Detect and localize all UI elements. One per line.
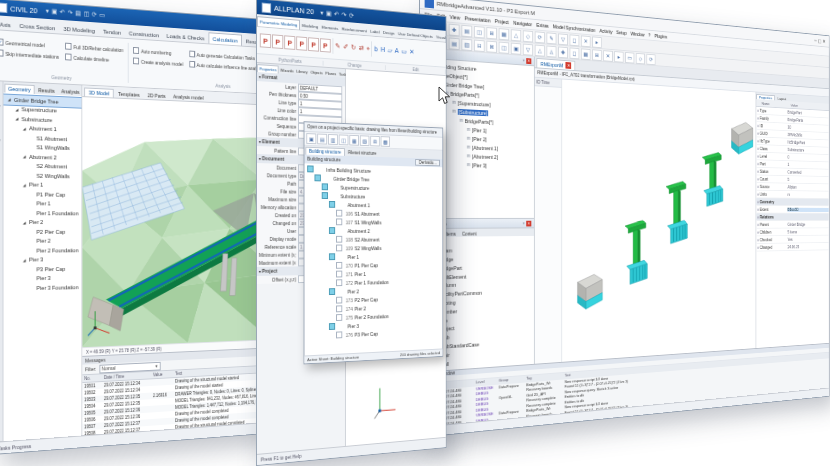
tree-item[interactable]: Pier 1 (3, 199, 81, 209)
toolbar-icon[interactable]: ✚ (558, 46, 568, 58)
ribbon-tab[interactable]: Label (369, 27, 382, 37)
toolbar-icon[interactable]: ⟳ (535, 31, 545, 43)
quick-access-icon[interactable]: ◫ (84, 10, 90, 18)
close-icon[interactable]: ✕ (526, 220, 531, 226)
toolbar-icon[interactable]: ◫ (499, 41, 509, 53)
toolbar-icon[interactable]: ▤ (461, 24, 472, 37)
toolbar-icon[interactable]: ⊟ (474, 39, 485, 52)
expander-icon[interactable] (467, 145, 470, 150)
tool-icon[interactable]: ⇄ (359, 44, 364, 52)
quick-access-icon[interactable]: ↶ (334, 10, 339, 18)
expander-icon[interactable] (467, 162, 470, 167)
dialog-tool-icon[interactable]: ▣ (306, 133, 316, 144)
menu-item[interactable]: View (450, 14, 460, 21)
menu-item[interactable]: Navigator (513, 20, 532, 27)
pin-icon[interactable]: ▾ (523, 221, 525, 226)
expander-icon[interactable] (467, 127, 470, 132)
vertical-tab[interactable]: Objects (0, 130, 1, 147)
toolbar-icon[interactable]: ▦ (499, 28, 509, 40)
toolbar-icon[interactable]: ◬ (546, 45, 556, 57)
toolbar-icon[interactable]: ⊞ (592, 49, 602, 61)
tree-item[interactable]: Pier 3 Foundation (3, 282, 81, 293)
tree-item[interactable]: 107 S1 WingWalls (304, 217, 442, 226)
expander-icon[interactable] (14, 107, 20, 112)
toolbar-icon[interactable]: ⊠ (486, 40, 497, 52)
tool-icon[interactable]: ✎ (335, 42, 340, 50)
dialog-tool-icon[interactable]: ▦ (349, 135, 359, 146)
toolbar-icon[interactable]: ▸ (592, 36, 602, 48)
quick-access-icon[interactable]: ↷ (342, 10, 347, 18)
ribbon-tab[interactable]: Elements (320, 23, 340, 33)
toolbar-icon[interactable]: ◻ (570, 34, 580, 46)
tree-item[interactable]: P2 Pier Cap (3, 227, 81, 236)
ribbon-checkbox[interactable]: Calculate timeline (65, 51, 123, 65)
tool-icon[interactable]: ↻ (351, 44, 356, 52)
ribbon-checkbox[interactable]: Create analysis model (133, 56, 183, 69)
expander-icon[interactable] (452, 109, 455, 114)
menu-item[interactable]: Activity (599, 28, 612, 35)
viewport-tab[interactable]: 3D Model (84, 87, 114, 97)
tool-icon[interactable]: H (381, 46, 386, 54)
tool-icon[interactable]: ✐ (343, 43, 348, 51)
dialog-tool-icon[interactable]: ▤ (317, 134, 327, 145)
menu-item[interactable]: Extras (536, 22, 548, 29)
menu-item[interactable]: Window (631, 31, 645, 38)
ribbon-tab[interactable]: Modeling (300, 21, 320, 32)
toolbar-icon[interactable]: ✕ (581, 35, 591, 47)
menu-item[interactable]: Presentation (465, 15, 491, 23)
toolbar-icon[interactable]: ▣ (511, 42, 521, 54)
expander-icon[interactable] (6, 97, 12, 102)
expander-icon[interactable] (460, 118, 463, 123)
quick-access-icon[interactable]: ▣ (52, 7, 58, 15)
3d-viewport[interactable] (562, 80, 755, 362)
tool-icon[interactable]: b (374, 45, 378, 53)
window-controls[interactable]: ─ ▢ ✕ (814, 37, 825, 44)
menu-item[interactable]: Setup (616, 29, 627, 35)
expander-icon[interactable] (22, 182, 28, 187)
pythonpart-icon[interactable]: P (296, 36, 307, 51)
quick-access-icon[interactable]: ▭ (99, 11, 104, 19)
viewport-tab[interactable]: Templates (115, 90, 143, 99)
viewport-tab[interactable]: 2D Parts (144, 91, 169, 100)
tool-icon[interactable]: A (395, 47, 399, 55)
ribbon-tab[interactable]: Calculation (209, 32, 242, 45)
expander-icon[interactable] (22, 257, 28, 262)
toolbar-icon[interactable]: ◫ (474, 25, 485, 38)
toolbar-icon[interactable]: ⟳ (646, 53, 655, 64)
toolbar-icon[interactable]: ✚ (449, 23, 460, 36)
toolbar-icon[interactable]: ◇ (523, 30, 533, 42)
toolbar-icon[interactable]: ⊞ (486, 26, 497, 39)
toolbar-icon[interactable]: ◻ (570, 47, 580, 59)
expander-icon[interactable] (14, 116, 20, 121)
quick-access-icon[interactable]: ⟳ (349, 11, 354, 19)
menu-item[interactable]: Plugins (654, 33, 667, 40)
expander-icon[interactable] (467, 136, 470, 141)
pythonpart-icon[interactable]: P (284, 35, 295, 50)
dialog-tool-icon[interactable]: ▧ (360, 135, 370, 146)
close-icon[interactable]: ✕ (566, 62, 572, 69)
property-row[interactable]: Extent BBox3D (756, 206, 828, 214)
dialog-tool-icon[interactable]: ⊞ (370, 136, 379, 147)
expander-icon[interactable] (22, 154, 28, 159)
toolbar-icon[interactable]: △ (511, 29, 521, 41)
pin-icon[interactable]: ▾ (523, 58, 525, 63)
expander-icon[interactable] (22, 126, 28, 131)
dialog-tool-icon[interactable]: ▥ (328, 134, 338, 145)
expander-icon[interactable] (467, 153, 470, 158)
quick-access-icon[interactable]: ⟳ (92, 11, 97, 19)
vertical-tab[interactable]: Properties (0, 91, 1, 114)
toolbar-icon[interactable]: ▦ (581, 48, 591, 60)
tool-icon[interactable]: ✕ (409, 48, 414, 56)
tree-item[interactable]: Pier 1 Foundation (3, 208, 81, 218)
pythonpart-icon[interactable]: P (320, 38, 331, 52)
pythonpart-icon[interactable]: P (260, 33, 271, 48)
toolbar-icon[interactable]: ✎ (546, 32, 556, 44)
tree-item[interactable]: Pier 2 (3, 236, 81, 246)
toolbar-icon[interactable]: ▽ (523, 43, 533, 55)
quick-access-icon[interactable]: ▣ (326, 9, 332, 17)
quick-access-icon[interactable]: ↷ (68, 9, 73, 17)
toolbar-icon[interactable]: ▸ (614, 51, 623, 63)
toolbar-icon[interactable]: ▭ (625, 52, 634, 64)
tree-item[interactable]: Pier 2 (3, 218, 81, 227)
dialog-tool-icon[interactable]: ◫ (339, 134, 349, 145)
